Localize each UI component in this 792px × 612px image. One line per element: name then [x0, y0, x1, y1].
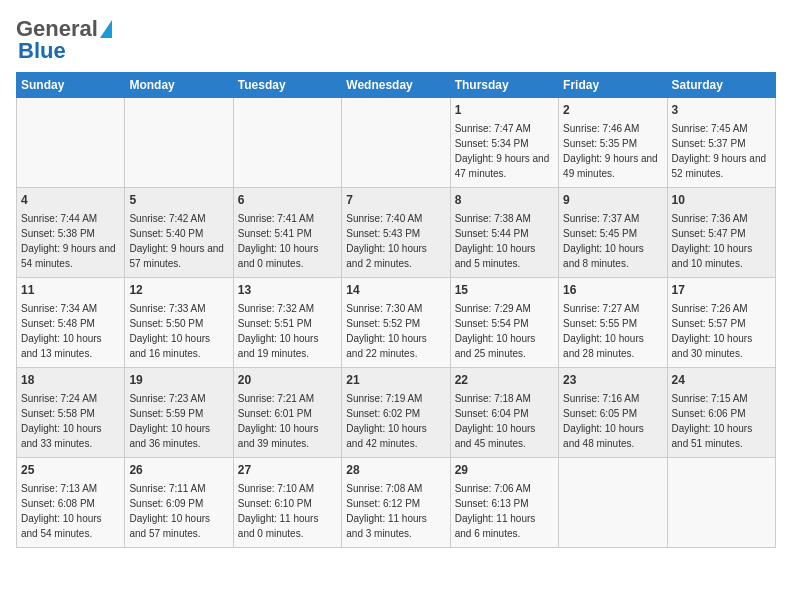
day-detail: Sunrise: 7:24 AM Sunset: 5:58 PM Dayligh… — [21, 393, 102, 449]
day-number: 19 — [129, 372, 228, 389]
day-detail: Sunrise: 7:44 AM Sunset: 5:38 PM Dayligh… — [21, 213, 116, 269]
day-number: 24 — [672, 372, 771, 389]
day-detail: Sunrise: 7:37 AM Sunset: 5:45 PM Dayligh… — [563, 213, 644, 269]
day-detail: Sunrise: 7:19 AM Sunset: 6:02 PM Dayligh… — [346, 393, 427, 449]
calendar-cell — [342, 98, 450, 188]
day-number: 22 — [455, 372, 554, 389]
day-number: 18 — [21, 372, 120, 389]
day-number: 25 — [21, 462, 120, 479]
day-number: 3 — [672, 102, 771, 119]
calendar-cell: 14Sunrise: 7:30 AM Sunset: 5:52 PM Dayli… — [342, 278, 450, 368]
day-detail: Sunrise: 7:16 AM Sunset: 6:05 PM Dayligh… — [563, 393, 644, 449]
calendar-body: 1Sunrise: 7:47 AM Sunset: 5:34 PM Daylig… — [17, 98, 776, 548]
day-number: 8 — [455, 192, 554, 209]
header-day-friday: Friday — [559, 73, 667, 98]
day-number: 20 — [238, 372, 337, 389]
day-number: 9 — [563, 192, 662, 209]
day-number: 1 — [455, 102, 554, 119]
day-number: 5 — [129, 192, 228, 209]
calendar-cell: 9Sunrise: 7:37 AM Sunset: 5:45 PM Daylig… — [559, 188, 667, 278]
calendar-cell: 4Sunrise: 7:44 AM Sunset: 5:38 PM Daylig… — [17, 188, 125, 278]
calendar-cell: 17Sunrise: 7:26 AM Sunset: 5:57 PM Dayli… — [667, 278, 775, 368]
day-detail: Sunrise: 7:08 AM Sunset: 6:12 PM Dayligh… — [346, 483, 427, 539]
day-detail: Sunrise: 7:27 AM Sunset: 5:55 PM Dayligh… — [563, 303, 644, 359]
header-day-saturday: Saturday — [667, 73, 775, 98]
calendar-cell: 27Sunrise: 7:10 AM Sunset: 6:10 PM Dayli… — [233, 458, 341, 548]
day-detail: Sunrise: 7:15 AM Sunset: 6:06 PM Dayligh… — [672, 393, 753, 449]
calendar-cell — [125, 98, 233, 188]
calendar-table: SundayMondayTuesdayWednesdayThursdayFrid… — [16, 72, 776, 548]
day-detail: Sunrise: 7:40 AM Sunset: 5:43 PM Dayligh… — [346, 213, 427, 269]
day-number: 10 — [672, 192, 771, 209]
day-detail: Sunrise: 7:23 AM Sunset: 5:59 PM Dayligh… — [129, 393, 210, 449]
calendar-cell: 5Sunrise: 7:42 AM Sunset: 5:40 PM Daylig… — [125, 188, 233, 278]
day-detail: Sunrise: 7:11 AM Sunset: 6:09 PM Dayligh… — [129, 483, 210, 539]
calendar-cell: 2Sunrise: 7:46 AM Sunset: 5:35 PM Daylig… — [559, 98, 667, 188]
calendar-cell: 8Sunrise: 7:38 AM Sunset: 5:44 PM Daylig… — [450, 188, 558, 278]
week-row-0: 1Sunrise: 7:47 AM Sunset: 5:34 PM Daylig… — [17, 98, 776, 188]
calendar-header: SundayMondayTuesdayWednesdayThursdayFrid… — [17, 73, 776, 98]
week-row-2: 11Sunrise: 7:34 AM Sunset: 5:48 PM Dayli… — [17, 278, 776, 368]
header-day-thursday: Thursday — [450, 73, 558, 98]
day-detail: Sunrise: 7:26 AM Sunset: 5:57 PM Dayligh… — [672, 303, 753, 359]
calendar-cell — [17, 98, 125, 188]
week-row-3: 18Sunrise: 7:24 AM Sunset: 5:58 PM Dayli… — [17, 368, 776, 458]
header-day-tuesday: Tuesday — [233, 73, 341, 98]
day-detail: Sunrise: 7:33 AM Sunset: 5:50 PM Dayligh… — [129, 303, 210, 359]
day-number: 26 — [129, 462, 228, 479]
day-detail: Sunrise: 7:45 AM Sunset: 5:37 PM Dayligh… — [672, 123, 767, 179]
day-number: 17 — [672, 282, 771, 299]
day-number: 21 — [346, 372, 445, 389]
calendar-cell: 10Sunrise: 7:36 AM Sunset: 5:47 PM Dayli… — [667, 188, 775, 278]
calendar-cell: 12Sunrise: 7:33 AM Sunset: 5:50 PM Dayli… — [125, 278, 233, 368]
calendar-cell: 20Sunrise: 7:21 AM Sunset: 6:01 PM Dayli… — [233, 368, 341, 458]
day-detail: Sunrise: 7:13 AM Sunset: 6:08 PM Dayligh… — [21, 483, 102, 539]
header-day-wednesday: Wednesday — [342, 73, 450, 98]
day-number: 7 — [346, 192, 445, 209]
day-number: 13 — [238, 282, 337, 299]
day-number: 15 — [455, 282, 554, 299]
logo: General Blue — [16, 16, 112, 64]
calendar-cell: 7Sunrise: 7:40 AM Sunset: 5:43 PM Daylig… — [342, 188, 450, 278]
day-detail: Sunrise: 7:32 AM Sunset: 5:51 PM Dayligh… — [238, 303, 319, 359]
day-detail: Sunrise: 7:06 AM Sunset: 6:13 PM Dayligh… — [455, 483, 536, 539]
calendar-cell: 25Sunrise: 7:13 AM Sunset: 6:08 PM Dayli… — [17, 458, 125, 548]
header-day-monday: Monday — [125, 73, 233, 98]
calendar-cell — [559, 458, 667, 548]
header-row: SundayMondayTuesdayWednesdayThursdayFrid… — [17, 73, 776, 98]
calendar-cell: 11Sunrise: 7:34 AM Sunset: 5:48 PM Dayli… — [17, 278, 125, 368]
day-detail: Sunrise: 7:10 AM Sunset: 6:10 PM Dayligh… — [238, 483, 319, 539]
week-row-4: 25Sunrise: 7:13 AM Sunset: 6:08 PM Dayli… — [17, 458, 776, 548]
calendar-cell: 13Sunrise: 7:32 AM Sunset: 5:51 PM Dayli… — [233, 278, 341, 368]
day-number: 16 — [563, 282, 662, 299]
day-number: 29 — [455, 462, 554, 479]
day-number: 28 — [346, 462, 445, 479]
calendar-cell: 24Sunrise: 7:15 AM Sunset: 6:06 PM Dayli… — [667, 368, 775, 458]
day-number: 4 — [21, 192, 120, 209]
calendar-cell: 19Sunrise: 7:23 AM Sunset: 5:59 PM Dayli… — [125, 368, 233, 458]
day-number: 11 — [21, 282, 120, 299]
calendar-cell: 15Sunrise: 7:29 AM Sunset: 5:54 PM Dayli… — [450, 278, 558, 368]
day-detail: Sunrise: 7:47 AM Sunset: 5:34 PM Dayligh… — [455, 123, 550, 179]
day-detail: Sunrise: 7:34 AM Sunset: 5:48 PM Dayligh… — [21, 303, 102, 359]
calendar-cell: 22Sunrise: 7:18 AM Sunset: 6:04 PM Dayli… — [450, 368, 558, 458]
day-detail: Sunrise: 7:46 AM Sunset: 5:35 PM Dayligh… — [563, 123, 658, 179]
day-detail: Sunrise: 7:30 AM Sunset: 5:52 PM Dayligh… — [346, 303, 427, 359]
day-number: 23 — [563, 372, 662, 389]
day-detail: Sunrise: 7:29 AM Sunset: 5:54 PM Dayligh… — [455, 303, 536, 359]
day-number: 14 — [346, 282, 445, 299]
day-detail: Sunrise: 7:38 AM Sunset: 5:44 PM Dayligh… — [455, 213, 536, 269]
day-number: 2 — [563, 102, 662, 119]
calendar-cell: 1Sunrise: 7:47 AM Sunset: 5:34 PM Daylig… — [450, 98, 558, 188]
header-day-sunday: Sunday — [17, 73, 125, 98]
day-detail: Sunrise: 7:36 AM Sunset: 5:47 PM Dayligh… — [672, 213, 753, 269]
calendar-cell: 16Sunrise: 7:27 AM Sunset: 5:55 PM Dayli… — [559, 278, 667, 368]
calendar-cell: 21Sunrise: 7:19 AM Sunset: 6:02 PM Dayli… — [342, 368, 450, 458]
logo-blue-text: Blue — [18, 38, 66, 64]
page-header: General Blue — [16, 16, 776, 64]
calendar-cell — [667, 458, 775, 548]
calendar-cell: 6Sunrise: 7:41 AM Sunset: 5:41 PM Daylig… — [233, 188, 341, 278]
calendar-cell: 23Sunrise: 7:16 AM Sunset: 6:05 PM Dayli… — [559, 368, 667, 458]
day-number: 12 — [129, 282, 228, 299]
day-detail: Sunrise: 7:18 AM Sunset: 6:04 PM Dayligh… — [455, 393, 536, 449]
